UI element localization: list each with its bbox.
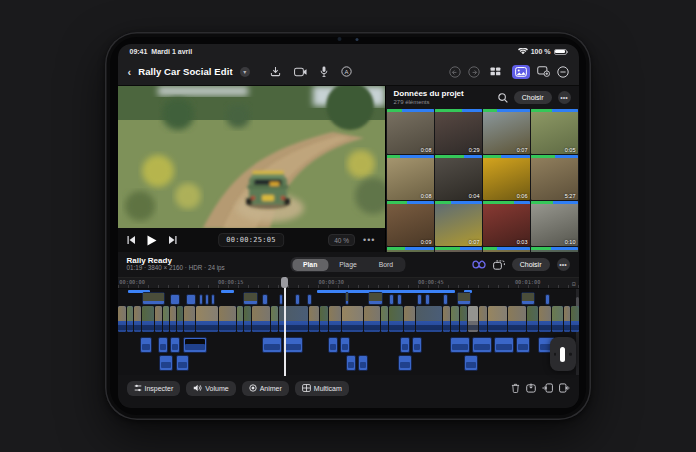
storyline-clip[interactable] bbox=[237, 306, 243, 332]
multicam-grid-icon[interactable] bbox=[487, 65, 505, 79]
browser-clip[interactable]: 0:07 bbox=[483, 109, 530, 154]
inspector-button[interactable]: Inspecter bbox=[127, 381, 181, 396]
browser-clip[interactable]: 0:08 bbox=[387, 155, 434, 200]
connected-clip[interactable] bbox=[389, 294, 394, 305]
next-frame-icon[interactable] bbox=[168, 236, 177, 244]
audio-clip[interactable] bbox=[358, 355, 368, 371]
play-button[interactable] bbox=[147, 235, 157, 246]
index-icon[interactable]: ⊟ bbox=[572, 280, 576, 287]
connected-clip[interactable] bbox=[457, 292, 471, 305]
back-button[interactable]: ‹ bbox=[128, 66, 132, 78]
audio-clip[interactable] bbox=[158, 337, 168, 353]
storyline-clip[interactable] bbox=[364, 306, 380, 332]
browser-clip[interactable]: 0:07 bbox=[435, 201, 482, 246]
browser-clip[interactable]: 0:29 bbox=[435, 109, 482, 154]
search-icon[interactable] bbox=[498, 93, 508, 103]
connected-range-bar[interactable] bbox=[221, 290, 234, 293]
timeline-more-button[interactable]: ••• bbox=[557, 258, 570, 271]
storyline-clip[interactable] bbox=[170, 306, 176, 332]
storyline-clip[interactable] bbox=[460, 306, 468, 332]
playhead[interactable] bbox=[284, 277, 285, 376]
connected-clip[interactable] bbox=[205, 294, 210, 305]
timeline-tab-plage[interactable]: Plage bbox=[328, 259, 367, 271]
previous-frame-icon[interactable] bbox=[127, 236, 136, 244]
timeline-ruler[interactable]: ⊟ 00:00:0000:00:1500:00:3000:00:4500:01:… bbox=[118, 277, 579, 289]
audio-clip[interactable] bbox=[516, 337, 530, 353]
storyline-clip[interactable] bbox=[309, 306, 319, 332]
storyline-clip[interactable] bbox=[219, 306, 236, 332]
camera-icon[interactable] bbox=[294, 67, 307, 77]
storyline-clip[interactable] bbox=[539, 306, 551, 332]
connected-clip[interactable] bbox=[307, 294, 312, 305]
connected-clip[interactable] bbox=[170, 294, 180, 305]
audio-clip[interactable] bbox=[412, 337, 422, 353]
storyline-clip[interactable] bbox=[252, 306, 270, 332]
storyline-clip[interactable] bbox=[564, 306, 570, 332]
storyline-clip[interactable] bbox=[134, 306, 141, 332]
timeline-choose-button[interactable]: Choisir bbox=[512, 258, 550, 271]
browser-clip[interactable]: 0:03 bbox=[483, 201, 530, 246]
storyline-clip[interactable] bbox=[118, 306, 126, 332]
append-icon[interactable] bbox=[559, 383, 570, 393]
multicam-button[interactable]: Multicam bbox=[295, 381, 349, 396]
audio-clip[interactable] bbox=[170, 337, 180, 353]
connected-clip[interactable] bbox=[142, 292, 164, 305]
connected-clip[interactable] bbox=[295, 294, 300, 305]
storyline-clip[interactable] bbox=[527, 306, 539, 332]
storyline-clip[interactable] bbox=[416, 306, 441, 332]
connected-clip[interactable] bbox=[397, 294, 402, 305]
storyline-clip[interactable] bbox=[508, 306, 525, 332]
volume-button[interactable]: Volume bbox=[186, 381, 235, 396]
audio-clip[interactable] bbox=[472, 337, 492, 353]
insert-icon[interactable] bbox=[542, 383, 553, 393]
project-title[interactable]: Rally Car Social Edit bbox=[138, 66, 233, 77]
connected-clip[interactable] bbox=[186, 294, 196, 305]
browser-clip[interactable]: 0:05 bbox=[531, 109, 578, 154]
storyline-clip[interactable] bbox=[127, 306, 134, 332]
redo-icon[interactable] bbox=[468, 66, 480, 78]
audio-clip[interactable] bbox=[159, 355, 173, 371]
storyline-clip[interactable] bbox=[479, 306, 487, 332]
import-icon[interactable] bbox=[270, 66, 281, 77]
connected-clip[interactable] bbox=[417, 294, 422, 305]
storyline-clip[interactable] bbox=[244, 306, 251, 332]
timeline-tab-plan[interactable]: Plan bbox=[292, 259, 328, 271]
audio-clip[interactable] bbox=[400, 337, 410, 353]
storyline-clip[interactable] bbox=[329, 306, 341, 332]
browser-clip[interactable]: 5:27 bbox=[531, 155, 578, 200]
connected-clip[interactable] bbox=[279, 294, 284, 305]
connected-clip[interactable] bbox=[443, 294, 448, 305]
audio-clip[interactable] bbox=[176, 355, 190, 371]
pencil-a-circle-icon[interactable]: A bbox=[341, 66, 352, 77]
storyline-clip[interactable] bbox=[142, 306, 154, 332]
loop-icon[interactable] bbox=[472, 260, 486, 269]
audio-clip[interactable] bbox=[398, 355, 412, 371]
animate-button[interactable]: Animer bbox=[242, 381, 289, 396]
browser-clip[interactable]: 0:09 bbox=[387, 201, 434, 246]
audio-clip[interactable] bbox=[494, 337, 514, 353]
audio-clip[interactable] bbox=[450, 337, 470, 353]
storyline-clip[interactable] bbox=[320, 306, 328, 332]
connected-clip[interactable] bbox=[262, 294, 268, 305]
audio-clip[interactable] bbox=[328, 337, 338, 353]
storyline-clip[interactable] bbox=[552, 306, 564, 332]
timecode-display[interactable]: 00:00:25:05 bbox=[218, 233, 284, 247]
storyline-clip[interactable] bbox=[184, 306, 196, 332]
microphone-icon[interactable] bbox=[320, 66, 328, 77]
browser-more-button[interactable]: ••• bbox=[558, 91, 571, 104]
connected-clip[interactable] bbox=[211, 294, 216, 305]
timeline-tab-bord[interactable]: Bord bbox=[368, 259, 404, 271]
delete-icon[interactable] bbox=[511, 383, 520, 393]
storyline-clip[interactable] bbox=[488, 306, 507, 332]
viewer-zoom-level[interactable]: 40 % bbox=[328, 234, 355, 246]
audio-clip[interactable] bbox=[283, 337, 303, 353]
storyline-clip[interactable] bbox=[271, 306, 279, 332]
media-browser-icon[interactable] bbox=[512, 65, 530, 79]
storyline-clip[interactable] bbox=[163, 306, 169, 332]
overwrite-icon[interactable] bbox=[526, 383, 536, 393]
playhead-handle[interactable] bbox=[281, 277, 288, 288]
storyline-clip[interactable] bbox=[342, 306, 363, 332]
title-chevron-down-icon[interactable]: ▾ bbox=[240, 67, 250, 77]
audio-clip[interactable] bbox=[464, 355, 478, 371]
connected-clip[interactable] bbox=[545, 294, 550, 305]
